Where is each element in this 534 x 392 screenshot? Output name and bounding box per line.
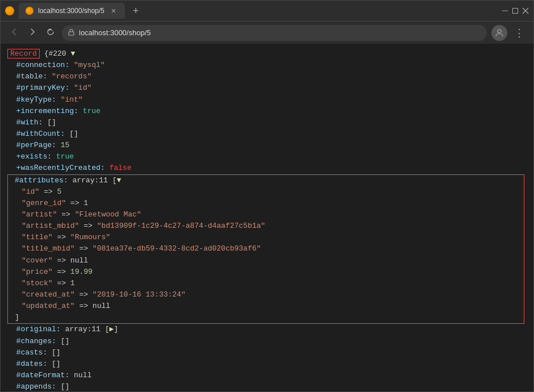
exists-line: +exists: true bbox=[7, 151, 527, 162]
browser-tab[interactable]: localhost:3000/shop/5 × bbox=[19, 3, 125, 19]
attr-price: "price" => 19.99 bbox=[8, 266, 524, 278]
profile-button[interactable] bbox=[491, 25, 507, 41]
attributes-header: #attributes: array:11 [▼ bbox=[8, 175, 524, 186]
title-bar: localhost:3000/shop/5 × + bbox=[1, 1, 533, 21]
withcount-line: #withCount: [] bbox=[7, 128, 527, 140]
attr-stock: "stock" => 1 bbox=[8, 278, 524, 289]
address-bar: ⋮ bbox=[1, 21, 533, 44]
back-button[interactable] bbox=[7, 27, 21, 39]
new-tab-button[interactable]: + bbox=[130, 4, 143, 18]
appends-line: #appends: [] bbox=[7, 381, 527, 391]
attr-created-at: "created_at" => "2019-10-16 13:33:24" bbox=[8, 289, 524, 301]
original-line: #original: array:11 [▶] bbox=[7, 324, 527, 335]
attr-title-mbid: "title_mbid" => "081ea37e-db59-4332-8cd2… bbox=[8, 243, 524, 255]
menu-button[interactable]: ⋮ bbox=[512, 26, 527, 40]
content-area: Record {#220 ▼ #connection: "mysql" #tab… bbox=[1, 44, 533, 391]
attributes-close: ] bbox=[8, 312, 524, 323]
svg-rect-4 bbox=[69, 32, 74, 35]
record-label: Record bbox=[7, 49, 40, 59]
lock-icon bbox=[68, 28, 75, 37]
changes-line: #changes: [] bbox=[7, 336, 527, 347]
attributes-box: #attributes: array:11 [▼ "id" => 5 "genr… bbox=[7, 174, 524, 324]
attr-genre-id: "genre_id" => 1 bbox=[8, 198, 524, 209]
perpage-line: #perPage: 15 bbox=[7, 140, 527, 151]
url-input[interactable] bbox=[62, 25, 487, 41]
tab-title: localhost:3000/shop/5 bbox=[38, 7, 105, 15]
dates-line: #dates: [] bbox=[7, 358, 527, 370]
attr-title: "title" => "Rumours" bbox=[8, 232, 524, 243]
svg-point-5 bbox=[498, 30, 501, 33]
window-controls bbox=[502, 7, 529, 14]
svg-rect-0 bbox=[502, 11, 508, 11]
attr-updated-at: "updated_at" => null bbox=[8, 301, 524, 312]
incrementing-line: +incrementing: true bbox=[7, 106, 527, 117]
forward-button[interactable] bbox=[26, 27, 39, 39]
casts-line: #casts: [] bbox=[7, 347, 527, 358]
with-line: #with: [] bbox=[7, 117, 527, 128]
record-line: Record {#220 ▼ bbox=[7, 48, 527, 60]
reload-button[interactable] bbox=[44, 27, 57, 39]
attr-artist: "artist" => "Fleetwood Mac" bbox=[8, 209, 524, 220]
connection-line: #connection: "mysql" bbox=[7, 60, 527, 71]
browser-icon bbox=[5, 6, 14, 15]
svg-rect-1 bbox=[513, 9, 518, 14]
restore-button[interactable] bbox=[512, 7, 519, 14]
close-button[interactable] bbox=[522, 7, 529, 14]
minimize-button[interactable] bbox=[502, 7, 508, 14]
wasrecentlycreated-line: +wasRecentlyCreated: false bbox=[7, 162, 527, 174]
keytype-line: #keyType: "int" bbox=[7, 94, 527, 106]
primarykey-line: #primaryKey: "id" bbox=[7, 82, 527, 94]
address-wrap bbox=[62, 25, 487, 41]
tab-favicon bbox=[26, 7, 34, 15]
dateformat-line: #dateFormat: null bbox=[7, 370, 527, 381]
attr-cover: "cover" => null bbox=[8, 255, 524, 266]
tab-close-button[interactable]: × bbox=[109, 6, 118, 15]
table-line: #table: "records" bbox=[7, 71, 527, 82]
browser-window: localhost:3000/shop/5 × + bbox=[0, 0, 534, 392]
attr-id: "id" => 5 bbox=[8, 186, 524, 198]
attr-artist-mbid: "artist_mbid" => "bd13909f-1c29-4c27-a87… bbox=[8, 220, 524, 232]
